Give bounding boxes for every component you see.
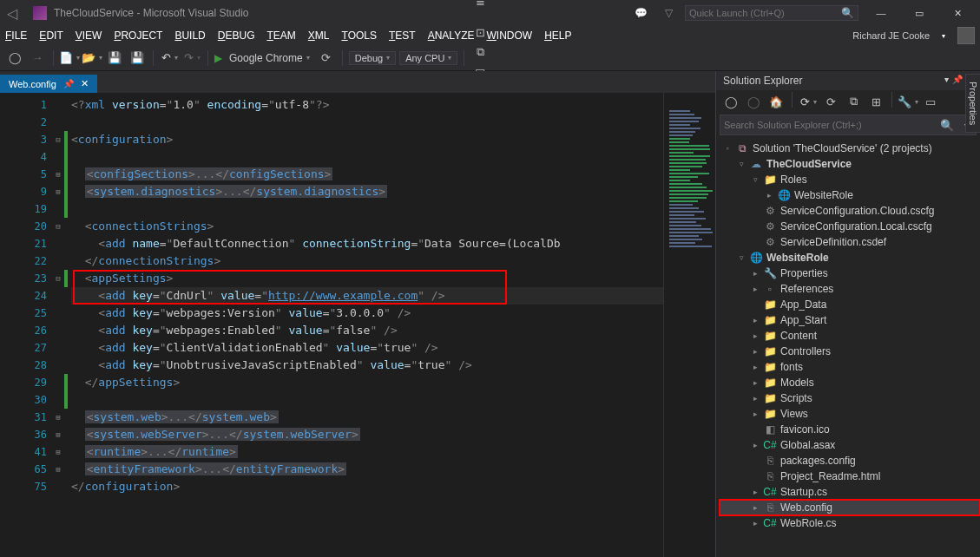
solution-tree[interactable]: ▫⧉Solution 'TheCloudService' (2 projects…: [716, 137, 980, 557]
tree-item-serviceconfiguration-cloud-cscfg[interactable]: ⚙ServiceConfiguration.Cloud.cscfg: [720, 203, 980, 219]
sync-icon[interactable]: ⟳: [799, 92, 818, 111]
back-icon[interactable]: ◁: [7, 5, 17, 22]
tree-item-web-config[interactable]: ▸⎘Web.config: [720, 500, 980, 515]
menu-debug[interactable]: DEBUG: [218, 29, 255, 42]
user-dropdown-icon[interactable]: ▾: [942, 32, 945, 40]
solution-search-input[interactable]: [720, 115, 937, 134]
restore-icon[interactable]: ▭: [904, 8, 935, 19]
platform-dropdown[interactable]: Any CPU: [399, 51, 457, 65]
pin-icon[interactable]: 📌: [63, 79, 74, 88]
code-line[interactable]: </connectionStrings>: [71, 252, 663, 270]
code-line[interactable]: </configuration>: [71, 478, 663, 495]
code-line[interactable]: [71, 148, 663, 166]
save-button[interactable]: 💾: [105, 49, 124, 68]
close-icon[interactable]: ✕: [942, 8, 973, 19]
tree-item-startup-cs[interactable]: ▸C#Startup.cs: [720, 484, 980, 500]
code-line[interactable]: <?xml version="1.0" encoding="utf-8"?>: [71, 96, 663, 114]
tree-item-fonts[interactable]: ▸📁fonts: [720, 359, 980, 375]
tree-item-servicedefinition-csdef[interactable]: ⚙ServiceDefinition.csdef: [720, 234, 980, 250]
code-line[interactable]: <configuration>: [71, 131, 663, 148]
pin-icon[interactable]: 📌: [952, 75, 963, 87]
menu-view[interactable]: VIEW: [76, 29, 102, 42]
open-file-button[interactable]: 📂: [82, 49, 102, 68]
tree-item-references[interactable]: ▸▫References: [720, 281, 980, 297]
window-dropdown-icon[interactable]: ▾: [944, 75, 949, 87]
fold-icon[interactable]: ⊞: [52, 426, 64, 443]
notifications-icon[interactable]: 💬: [635, 7, 648, 19]
tree-item-scripts[interactable]: ▸📁Scripts: [720, 390, 980, 406]
fold-icon[interactable]: ⊟: [52, 218, 64, 235]
code-editor[interactable]: 1234591920212223242526272829303136416575…: [0, 93, 715, 557]
fold-icon[interactable]: ⊞: [52, 461, 64, 478]
collapse-icon[interactable]: ⧉: [844, 92, 863, 111]
tab-close-icon[interactable]: ✕: [81, 78, 89, 89]
code-line[interactable]: <system.diagnostics>...</system.diagnost…: [71, 183, 663, 200]
preview-icon[interactable]: ▭: [921, 92, 940, 111]
fold-icon[interactable]: ⊟: [52, 131, 64, 148]
code-line[interactable]: [71, 391, 663, 409]
tree-item-thecloudservice[interactable]: ▿☁TheCloudService: [720, 156, 980, 172]
toolbar-icon[interactable]: ⧉: [470, 43, 490, 62]
tree-item-models[interactable]: ▸📁Models: [720, 375, 980, 390]
tree-item-app-start[interactable]: ▸📁App_Start: [720, 312, 980, 328]
code-line[interactable]: <appSettings>: [71, 270, 663, 287]
home-icon[interactable]: 🏠: [766, 92, 786, 111]
menu-team[interactable]: TEAM: [266, 29, 295, 42]
menu-help[interactable]: HELP: [544, 29, 571, 42]
user-name[interactable]: Richard JE Cooke: [852, 30, 930, 41]
code-line[interactable]: <add key="ClientValidationEnabled" value…: [71, 339, 663, 357]
solution-root[interactable]: ▫⧉Solution 'TheCloudService' (2 projects…: [720, 141, 980, 156]
fold-icon[interactable]: ⊞: [52, 443, 64, 461]
tree-item-project-readme-html[interactable]: ⎘Project_Readme.html: [720, 469, 980, 484]
menu-build[interactable]: BUILD: [174, 29, 205, 42]
quick-launch[interactable]: 🔍: [685, 5, 858, 21]
save-all-button[interactable]: 💾: [128, 49, 147, 68]
tree-item-roles[interactable]: ▿📁Roles: [720, 172, 980, 187]
nav-back-icon[interactable]: ◯: [5, 49, 24, 68]
code-line[interactable]: <add key="webpages:Enabled" value="false…: [71, 322, 663, 339]
fwd-icon[interactable]: ◯: [744, 92, 763, 111]
code-line[interactable]: <add key="CdnUrl" value="http://www.exam…: [71, 287, 663, 305]
code-line[interactable]: [71, 114, 663, 131]
code-line[interactable]: <connectionStrings>: [71, 218, 663, 235]
tree-item-app-data[interactable]: 📁App_Data: [720, 297, 980, 312]
tree-item-properties[interactable]: ▸🔧Properties: [720, 265, 980, 281]
toolbar-icon[interactable]: ⊡: [470, 23, 490, 43]
code-line[interactable]: <configSections>...</configSections>: [71, 166, 663, 183]
minimap[interactable]: [663, 93, 715, 557]
tree-item-serviceconfiguration-local-cscfg[interactable]: ⚙ServiceConfiguration.Local.cscfg: [720, 219, 980, 234]
avatar[interactable]: [957, 27, 975, 44]
back-icon[interactable]: ◯: [721, 92, 740, 111]
search-icon[interactable]: 🔍: [937, 115, 957, 134]
tree-item-packages-config[interactable]: ⎘packages.config: [720, 453, 980, 469]
search-icon[interactable]: 🔍: [841, 7, 854, 19]
fold-icon[interactable]: ⊞: [52, 166, 64, 183]
code-line[interactable]: <entityFramework>...</entityFramework>: [71, 461, 663, 478]
menu-project[interactable]: PROJECT: [114, 29, 162, 42]
properties-icon[interactable]: 🔧: [898, 92, 918, 111]
new-project-button[interactable]: 📄: [60, 49, 79, 68]
nav-fwd-icon[interactable]: →: [28, 49, 47, 68]
menu-xml[interactable]: XML: [308, 29, 330, 42]
tree-item-content[interactable]: ▸📁Content: [720, 328, 980, 344]
tree-item-global-asax[interactable]: ▸C#Global.asax: [720, 437, 980, 453]
code-line[interactable]: <add name="DefaultConnection" connection…: [71, 235, 663, 252]
toolbar-icon[interactable]: ≣: [470, 0, 490, 11]
tree-item-favicon-ico[interactable]: ◧favicon.ico: [720, 422, 980, 437]
menu-test[interactable]: TEST: [389, 29, 416, 42]
browser-refresh-icon[interactable]: ⟳: [317, 49, 336, 68]
menu-edit[interactable]: EDIT: [39, 29, 62, 42]
refresh-icon[interactable]: ⟳: [821, 92, 840, 111]
tab-web-config[interactable]: Web.config 📌 ✕: [0, 75, 97, 93]
code-line[interactable]: [71, 200, 663, 218]
tree-item-webrole-cs[interactable]: ▸C#WebRole.cs: [720, 515, 980, 531]
undo-button[interactable]: ↶: [160, 49, 179, 68]
feedback-icon[interactable]: ▽: [665, 7, 673, 19]
redo-button[interactable]: ↷: [182, 49, 201, 68]
properties-tab[interactable]: Properties: [965, 74, 980, 133]
menu-tools[interactable]: TOOLS: [342, 29, 377, 42]
code-line[interactable]: <add key="webpages:Version" value="3.0.0…: [71, 305, 663, 322]
config-dropdown[interactable]: Debug: [349, 51, 396, 65]
start-icon[interactable]: ▶: [214, 52, 222, 64]
fold-icon[interactable]: ⊞: [52, 409, 64, 426]
